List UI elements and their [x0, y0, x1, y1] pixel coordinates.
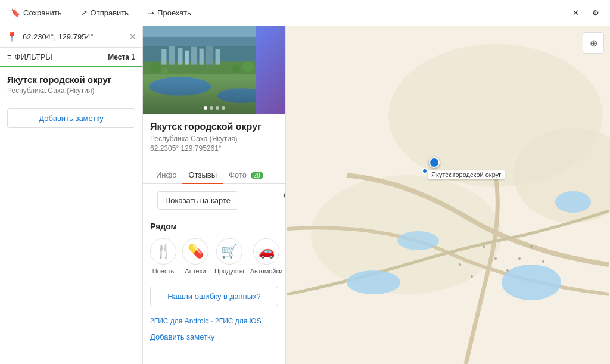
- map-tools: ⊕: [583, 32, 604, 54]
- location-region: Республика Саха (Якутия): [7, 86, 135, 95]
- nearby-title: Рядом: [150, 222, 278, 231]
- svg-point-29: [518, 257, 521, 260]
- svg-rect-10: [200, 49, 204, 65]
- svg-point-28: [506, 269, 509, 272]
- detail-panel: ❮ Якутск городской округ Республика Саха…: [143, 26, 286, 364]
- main-content: 📍 ✕ ≡ ФИЛЬТРЫ Места 1 Якутск городской о…: [0, 26, 610, 364]
- filters-button[interactable]: ≡ ФИЛЬТРЫ: [7, 52, 52, 61]
- svg-point-14: [161, 67, 168, 74]
- svg-point-23: [347, 270, 400, 294]
- ios-link[interactable]: 2ГИС для iOS: [215, 317, 262, 325]
- map-area[interactable]: Якутск городской округ ⊕: [286, 26, 610, 364]
- show-on-map-button[interactable]: Показать на карте: [157, 191, 238, 210]
- svg-point-25: [555, 191, 591, 213]
- svg-point-32: [471, 275, 473, 278]
- svg-rect-7: [178, 48, 182, 65]
- svg-point-30: [530, 245, 533, 248]
- nearby-pharmacy[interactable]: 💊 Аптеки: [182, 238, 208, 275]
- svg-point-27: [494, 257, 497, 260]
- marker-dot: [429, 157, 440, 168]
- svg-rect-6: [169, 46, 175, 64]
- add-org-button[interactable]: Добавить заметку: [7, 108, 135, 128]
- carwash-icon: 🚗: [253, 238, 279, 265]
- filter-icon: ≡: [7, 52, 12, 61]
- svg-point-3: [149, 77, 211, 95]
- location-info: Якутск городской округ Республика Саха (…: [0, 67, 142, 102]
- svg-rect-12: [216, 49, 220, 65]
- search-input[interactable]: [23, 32, 124, 41]
- tab-photos[interactable]: Фото 28: [223, 166, 269, 184]
- photos-badge: 28: [251, 172, 263, 179]
- search-bar: 📍 ✕: [0, 26, 142, 48]
- svg-rect-8: [185, 51, 189, 65]
- nearby-carwash[interactable]: 🚗 Автомойки: [250, 238, 283, 275]
- clear-icon[interactable]: ✕: [129, 31, 136, 42]
- pharmacy-icon: 💊: [182, 238, 208, 265]
- food-label: Поесть: [152, 267, 174, 275]
- svg-rect-5: [161, 49, 166, 65]
- map-settings-button[interactable]: ⊕: [583, 32, 604, 54]
- nearby-grid: 🍴 Поесть 💊 Аптеки 🛒 Продукты 🚗 Автомойки: [150, 238, 278, 275]
- route-button[interactable]: ⇢ Проехать: [144, 6, 195, 20]
- close-button[interactable]: ✕: [569, 6, 583, 20]
- detail-name: Якутск городской округ: [150, 122, 278, 132]
- location-icon: 📍: [6, 31, 18, 42]
- footer-links: 2ГИС для Android · 2ГИС для iOS: [143, 312, 285, 330]
- footer-separator: ·: [211, 317, 215, 325]
- nearby-food[interactable]: 🍴 Поесть: [150, 238, 176, 275]
- save-button[interactable]: 🔖 Сохранить: [7, 6, 66, 20]
- detail-coords: 62.2305° 129.795261°: [150, 144, 278, 153]
- dot-1: [204, 106, 207, 110]
- marker-label: Якутск городской округ: [428, 170, 505, 179]
- svg-point-15: [232, 65, 241, 74]
- route-label: Проехать: [157, 8, 191, 17]
- detail-tabs: Инфо Отзывы Фото 28: [143, 166, 285, 184]
- android-link[interactable]: 2ГИС для Android: [150, 317, 209, 325]
- svg-rect-9: [191, 47, 197, 65]
- svg-point-26: [397, 231, 439, 250]
- carwash-label: Автомойки: [250, 267, 283, 275]
- svg-point-34: [483, 245, 485, 248]
- dot-3: [216, 106, 219, 110]
- share-icon: ↗: [81, 8, 88, 17]
- tools-button[interactable]: ⚙: [589, 6, 603, 20]
- grocery-icon: 🛒: [216, 238, 242, 265]
- send-button[interactable]: ↗ Отправить: [77, 6, 132, 20]
- nearby-grocery[interactable]: 🛒 Продукты: [214, 238, 244, 275]
- pharmacy-label: Аптеки: [185, 267, 206, 275]
- grocery-label: Продукты: [214, 267, 244, 275]
- photo-slider[interactable]: [143, 26, 285, 114]
- svg-rect-11: [206, 45, 213, 64]
- svg-point-33: [459, 263, 461, 266]
- error-button[interactable]: Нашли ошибку в данных?: [150, 287, 278, 306]
- map-settings-icon: ⊕: [590, 38, 597, 49]
- panel-collapse-button[interactable]: ❮: [278, 183, 286, 207]
- svg-point-16: [242, 61, 254, 72]
- tab-reviews[interactable]: Отзывы: [182, 166, 223, 184]
- bookmark-icon: 🔖: [11, 8, 20, 17]
- save-label: Сохранить: [23, 8, 62, 17]
- dot-4: [222, 106, 225, 110]
- svg-point-24: [502, 265, 561, 300]
- route-icon: ⇢: [148, 8, 154, 17]
- send-label: Отправить: [91, 8, 129, 17]
- tab-info[interactable]: Инфо: [150, 166, 182, 184]
- dot-2: [210, 106, 213, 110]
- location-name: Якутск городской округ: [7, 74, 135, 85]
- places-count: Места 1: [108, 53, 135, 61]
- detail-region: Республика Саха (Якутия): [150, 135, 278, 143]
- map-marker[interactable]: Якутск городской округ: [429, 157, 505, 179]
- sidebar: 📍 ✕ ≡ ФИЛЬТРЫ Места 1 Якутск городской о…: [0, 26, 143, 364]
- add-note-link[interactable]: Добавить заметку: [143, 330, 285, 349]
- toolbar: 🔖 Сохранить ↗ Отправить ⇢ Проехать ✕ ⚙: [0, 0, 610, 26]
- svg-point-31: [542, 260, 544, 263]
- detail-info: Якутск городской округ Республика Саха (…: [143, 114, 285, 166]
- places-label: Места: [108, 53, 129, 61]
- slider-dots: [204, 106, 225, 110]
- second-photo: [256, 26, 285, 114]
- marker-small-dot: [422, 168, 428, 174]
- map-svg: [286, 26, 610, 364]
- close-icon: ✕: [572, 8, 579, 17]
- nearby-section: Рядом 🍴 Поесть 💊 Аптеки 🛒 Продукты 🚗 Авт…: [143, 222, 285, 281]
- filters-label: ФИЛЬТРЫ: [15, 52, 52, 61]
